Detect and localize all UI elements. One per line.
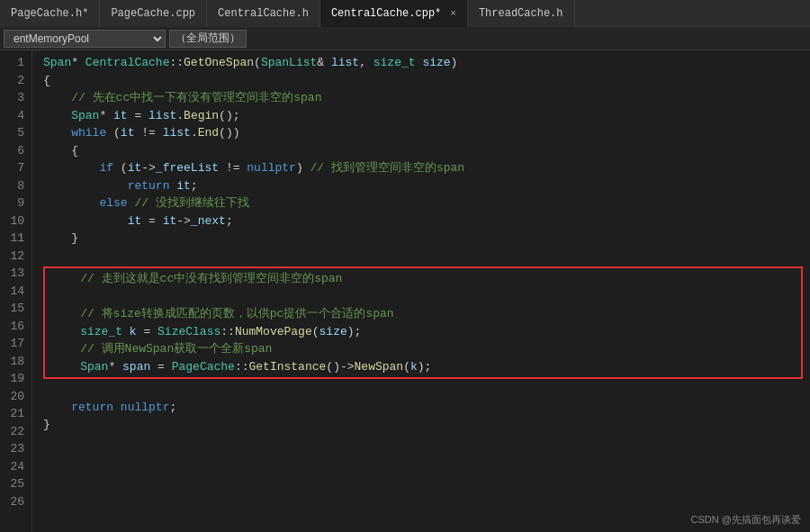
- code-line-16: size_t k = SizeClass::NumMovePage(size);: [52, 323, 794, 341]
- code-line-3: // 先在cc中找一下有没有管理空间非空的span: [43, 89, 810, 107]
- line-numbers: 1 2 3 4 5 6 7 8 9 10 11 12 13 14 15 16 1…: [0, 50, 32, 532]
- code-line-8: return it;: [43, 177, 810, 195]
- tab-label: CentralCache.h: [218, 7, 309, 20]
- code-line-10: it = it->_next;: [43, 212, 810, 230]
- code-line-7: if (it->_freeList != nullptr) // 找到管理空间非…: [43, 159, 810, 177]
- scope-bar: entMemoryPool （全局范围）: [0, 27, 810, 50]
- code-line-17: // 调用NewSpan获取一个全新span: [52, 340, 794, 358]
- tab-bar: PageCache.h* PageCache.cpp CentralCache.…: [0, 0, 810, 27]
- code-line-5: while (it != list.End()): [43, 124, 810, 142]
- code-line-9: else // 没找到继续往下找: [43, 194, 810, 212]
- code-line-1: Span* CentralCache::GetOneSpan(SpanList&…: [43, 54, 810, 72]
- code-line-19: [43, 381, 810, 399]
- tab-close-icon[interactable]: ×: [450, 8, 456, 19]
- code-content[interactable]: Span* CentralCache::GetOneSpan(SpanList&…: [32, 50, 810, 532]
- code-line-12: [43, 248, 810, 266]
- code-line-6: {: [43, 142, 810, 160]
- code-line-20: return nullptr;: [43, 399, 810, 417]
- code-line-2: {: [43, 72, 810, 90]
- tab-pagecache-cpp[interactable]: PageCache.cpp: [100, 0, 207, 27]
- code-line-15: // 将size转换成匹配的页数，以供pc提供一个合适的span: [52, 305, 794, 323]
- code-line-21: }: [43, 416, 810, 434]
- code-container: 1 2 3 4 5 6 7 8 9 10 11 12 13 14 15 16 1…: [0, 50, 810, 532]
- tab-label: PageCache.h*: [11, 7, 88, 20]
- highlighted-block: // 走到这就是cc中没有找到管理空间非空的span // 将size转换成匹配…: [43, 266, 803, 379]
- code-line-14: [52, 288, 794, 306]
- tab-centralcache-h[interactable]: CentralCache.h: [207, 0, 320, 27]
- scope-label: （全局范围）: [169, 30, 247, 48]
- watermark: CSDN @先搞面包再谈爱: [691, 513, 801, 527]
- code-line-11: }: [43, 230, 810, 248]
- scope-dropdown[interactable]: entMemoryPool: [4, 30, 166, 48]
- tab-label: PageCache.cpp: [111, 7, 195, 20]
- tab-label: CentralCache.cpp*: [331, 7, 441, 20]
- tab-centralcache-cpp[interactable]: CentralCache.cpp* ×: [320, 0, 468, 27]
- code-line-4: Span* it = list.Begin();: [43, 107, 810, 125]
- tab-label: ThreadCache.h: [479, 7, 563, 20]
- code-line-13: // 走到这就是cc中没有找到管理空间非空的span: [52, 270, 794, 288]
- code-line-18: Span* span = PageCache::GetInstance()->N…: [52, 358, 794, 376]
- tab-threadcache-h[interactable]: ThreadCache.h: [468, 0, 575, 27]
- tab-pagecache-h[interactable]: PageCache.h*: [0, 0, 100, 27]
